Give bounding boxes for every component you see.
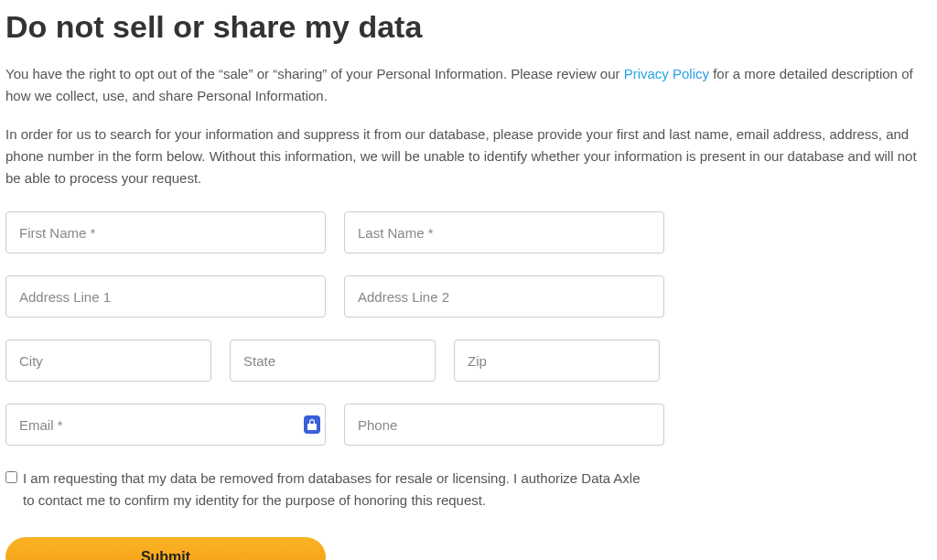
first-name-input[interactable] [5, 211, 326, 253]
lock-icon [304, 415, 320, 434]
city-input[interactable] [5, 339, 211, 382]
address-line-2-input[interactable] [344, 275, 664, 318]
consent-label[interactable]: I am requesting that my data be removed … [23, 468, 646, 512]
state-input[interactable] [230, 339, 436, 382]
address-line-1-input[interactable] [5, 275, 326, 318]
privacy-policy-link[interactable]: Privacy Policy [624, 66, 709, 81]
zip-input[interactable] [454, 339, 660, 382]
email-input[interactable] [5, 404, 326, 446]
opt-out-form: I am requesting that my data be removed … [5, 211, 932, 560]
intro-paragraph-1: You have the right to opt out of the “sa… [5, 63, 932, 107]
consent-checkbox[interactable] [5, 471, 17, 483]
intro-paragraph-2: In order for us to search for your infor… [5, 124, 932, 189]
page-title: Do not sell or share my data [5, 9, 932, 45]
submit-button[interactable]: Submit [5, 537, 326, 560]
intro-text-pre: You have the right to opt out of the “sa… [5, 66, 624, 81]
phone-input[interactable] [344, 404, 664, 446]
last-name-input[interactable] [344, 211, 664, 253]
